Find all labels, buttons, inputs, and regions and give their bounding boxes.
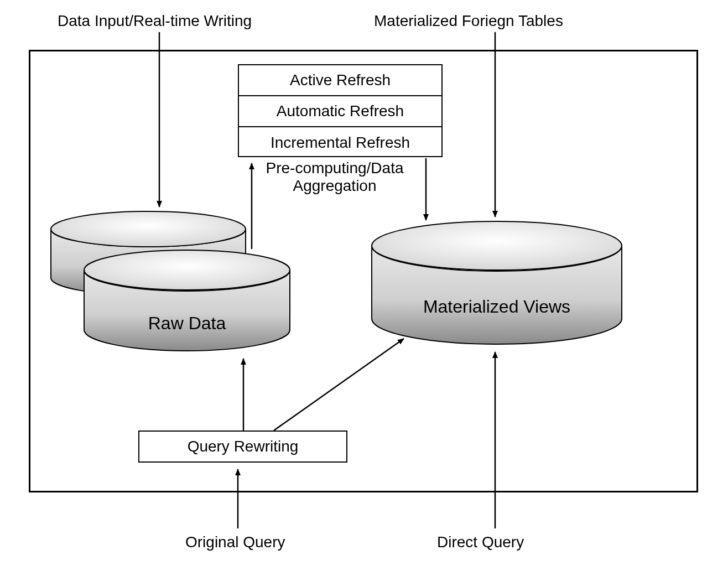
refresh-row-active: Active Refresh — [239, 65, 441, 96]
label-precomputing: Pre-computing/Data Aggregation — [254, 159, 415, 195]
cylinder-materialized-views: Materialized Views — [370, 219, 624, 346]
query-rewriting-box: Query Rewriting — [138, 430, 347, 463]
label-original-query: Original Query — [185, 533, 285, 551]
precomputing-line2: Aggregation — [293, 177, 376, 194]
refresh-box: Active Refresh Automatic Refresh Increme… — [238, 64, 443, 157]
svg-point-1 — [84, 250, 290, 290]
precomputing-line1: Pre-computing/Data — [266, 159, 403, 177]
label-query-rewriting: Query Rewriting — [188, 438, 299, 455]
svg-point-0 — [51, 211, 246, 247]
label-materialized-foreign-tables: Materialized Foriegn Tables — [374, 12, 563, 30]
label-direct-query: Direct Query — [437, 533, 524, 551]
refresh-row-automatic: Automatic Refresh — [239, 96, 441, 127]
label-raw-data: Raw Data — [82, 313, 292, 334]
label-materialized-views: Materialized Views — [370, 297, 624, 317]
label-data-input: Data Input/Real-time Writing — [58, 12, 252, 30]
cylinder-raw-data-front: Raw Data — [82, 248, 292, 353]
svg-point-2 — [372, 221, 622, 270]
refresh-row-incremental: Incremental Refresh — [239, 127, 441, 158]
